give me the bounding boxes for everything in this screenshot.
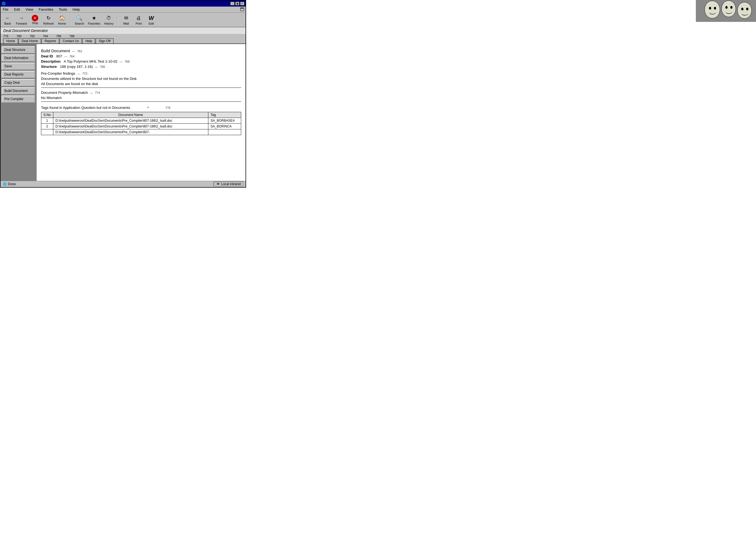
menu-tools[interactable]: Tools bbox=[58, 7, 68, 12]
close-button[interactable]: ✕ bbox=[240, 2, 244, 5]
ruler-784: 784 bbox=[43, 35, 48, 38]
tab-help[interactable]: Help bbox=[82, 38, 95, 43]
table-cell-tag-2: SA_BORINCA bbox=[208, 124, 241, 129]
table-header-docname: Document Name bbox=[53, 112, 208, 118]
mail-icon: ✉ bbox=[122, 14, 130, 22]
table-cell-doc-1: D:\Inetpub\wwwroot\DealDocGen\Documents\… bbox=[53, 118, 208, 124]
refresh-icon: ↻ bbox=[45, 14, 52, 22]
computer-icon: 💻 bbox=[216, 182, 220, 186]
menu-help[interactable]: Help bbox=[71, 7, 81, 12]
ruler-788: 788 bbox=[70, 35, 74, 38]
toolbar-separator-1 bbox=[70, 14, 71, 25]
minimize-button[interactable]: □ bbox=[230, 2, 235, 5]
mail-button[interactable]: ✉ Mail bbox=[121, 14, 132, 26]
toolbar-separator-2 bbox=[117, 14, 118, 25]
main-layout: Deal Structure Deal Information Save Dea… bbox=[1, 44, 246, 181]
disk-section-value: All Documents are found on the disk bbox=[41, 82, 241, 86]
table-row: 2 D:\Inetpub\wwwroot\DealDocGen\Document… bbox=[41, 124, 241, 129]
tags-annot-776: 776 bbox=[166, 106, 170, 110]
menu-file[interactable]: File bbox=[2, 7, 9, 12]
sidebar-build-document[interactable]: Build Document bbox=[2, 87, 35, 94]
print-icon: 🖨 bbox=[135, 14, 142, 22]
deal-id-label: Deal ID bbox=[41, 54, 53, 58]
sidebar-save[interactable]: Save bbox=[2, 62, 35, 70]
browser-status-icon: 🌐 bbox=[3, 182, 7, 186]
search-icon: 🔍 bbox=[76, 14, 83, 22]
sidebar-pre-compiler[interactable]: Pre Compiler bbox=[2, 95, 35, 102]
tags-label: Tags found in Application Question but n… bbox=[41, 105, 130, 110]
search-button[interactable]: 🔍 Search bbox=[74, 14, 85, 26]
table-row: D:\Inetpub\wwwroot\DealDocGen\Documents\… bbox=[41, 129, 241, 135]
content-area: Build Document — 762 Deal ID 807 — 764 D… bbox=[36, 44, 246, 181]
pre-compiler-annot: — bbox=[77, 72, 80, 75]
print-button[interactable]: 🖨 Print bbox=[133, 14, 144, 26]
mismatch-annot: — bbox=[90, 91, 93, 94]
nav-tabs: Home Deal Home Reports Contact Us Help S… bbox=[1, 38, 246, 44]
tab-deal-home[interactable]: Deal Home bbox=[18, 38, 41, 43]
edit-button[interactable]: W Edit bbox=[146, 14, 157, 26]
title-annot: — bbox=[72, 49, 75, 53]
history-button[interactable]: ⏱ History bbox=[103, 14, 115, 26]
nav-ruler: 778 780 782 784 786 788 bbox=[1, 34, 246, 38]
stop-icon: ✕ bbox=[32, 15, 38, 22]
menu-bar: File Edit View Favorites Tools Help 🗔 bbox=[1, 7, 246, 12]
pre-compiler-label: Pre-Compiler findings bbox=[41, 72, 75, 76]
content-title-row: Build Document — 762 bbox=[41, 48, 241, 53]
mismatch-annot-774: 774 bbox=[95, 91, 100, 94]
description-label: Description bbox=[41, 59, 61, 63]
home-button[interactable]: 🏠 Home bbox=[57, 14, 68, 26]
stop-button[interactable]: ✕ Stop bbox=[30, 14, 40, 25]
tags-section-label: Tags found in Application Question but n… bbox=[41, 105, 241, 110]
table-header-tag: Tag bbox=[208, 112, 241, 118]
disk-section-label: Documents utilized in the Structure but … bbox=[41, 77, 241, 81]
description-annot-768: 768 bbox=[125, 60, 130, 63]
table-header-sno: S.No bbox=[41, 112, 53, 118]
sidebar-deal-information[interactable]: Deal Information bbox=[2, 54, 35, 61]
structure-row: Structure 188 (copy 187, 1-16) — 766 bbox=[41, 65, 241, 69]
tab-contact-us[interactable]: Contact Us bbox=[59, 38, 82, 43]
menu-favorites[interactable]: Favorites bbox=[38, 7, 54, 12]
title-bar-left: 🌐 bbox=[2, 2, 6, 5]
tab-sign-off[interactable]: Sign Off bbox=[96, 38, 114, 43]
sidebar-copy-deal[interactable]: Copy Deal bbox=[2, 79, 35, 86]
back-button[interactable]: ← Back bbox=[2, 14, 13, 26]
menu-view[interactable]: View bbox=[24, 7, 34, 12]
sidebar-deal-reports[interactable]: Deal Reports bbox=[2, 71, 35, 78]
browser-icon: 🌐 bbox=[2, 2, 6, 5]
maximize-button[interactable]: ▣ bbox=[235, 2, 239, 5]
refresh-button[interactable]: ↻ Refresh bbox=[42, 14, 55, 26]
deal-id-annot: — bbox=[64, 55, 67, 58]
table-row: 1 D:\Inetpub\wwwroot\DealDocGen\Document… bbox=[41, 118, 241, 124]
table-cell-sno-3 bbox=[41, 129, 53, 135]
deal-id-value: 807 bbox=[56, 54, 62, 58]
tags-table: S.No Document Name Tag 1 D:\Inetpub\wwwr… bbox=[41, 112, 241, 135]
deal-id-row: Deal ID 807 — 764 bbox=[41, 54, 241, 58]
table-cell-sno-1: 1 bbox=[41, 118, 53, 124]
favorites-icon: ★ bbox=[90, 14, 98, 22]
sidebar: Deal Structure Deal Information Save Dea… bbox=[1, 44, 36, 181]
menu-extra-icon[interactable]: 🗔 bbox=[240, 7, 244, 12]
favorites-button[interactable]: ★ Favorites bbox=[87, 14, 101, 26]
intranet-label: Local intranet bbox=[221, 182, 241, 186]
pre-compiler-annot-772: 772 bbox=[82, 72, 87, 75]
title-annot-762: 762 bbox=[77, 49, 82, 53]
mismatch-value: No Mismatch bbox=[41, 96, 241, 100]
status-right: 💻 Local intranet bbox=[214, 182, 243, 186]
forward-button[interactable]: → Forward bbox=[15, 14, 28, 26]
title-bar-controls[interactable]: □ ▣ ✕ bbox=[230, 2, 244, 5]
structure-annot-766: 766 bbox=[100, 65, 105, 69]
content-title: Build Document bbox=[41, 48, 70, 53]
table-cell-sno-2: 2 bbox=[41, 124, 53, 129]
title-bar: 🌐 □ ▣ ✕ bbox=[1, 1, 246, 7]
sidebar-deal-structure[interactable]: Deal Structure bbox=[2, 46, 35, 53]
back-icon: ← bbox=[4, 14, 11, 22]
deal-id-annot-764: 764 bbox=[70, 55, 74, 58]
table-cell-tag-1: SA_BORBASEA bbox=[208, 118, 241, 124]
table-cell-doc-2: D:\Inetpub\wwwroot\DealDocGen\Documents\… bbox=[53, 124, 208, 129]
menu-edit[interactable]: Edit bbox=[13, 7, 21, 12]
status-bar: 🌐 Done 💻 Local intranet bbox=[1, 181, 246, 187]
ruler-778: 778 bbox=[3, 35, 8, 38]
toolbar: ← Back → Forward ✕ Stop ↻ Refresh 🏠 Home… bbox=[1, 12, 246, 27]
tab-home[interactable]: Home bbox=[3, 38, 18, 43]
tab-reports[interactable]: Reports bbox=[42, 38, 59, 43]
